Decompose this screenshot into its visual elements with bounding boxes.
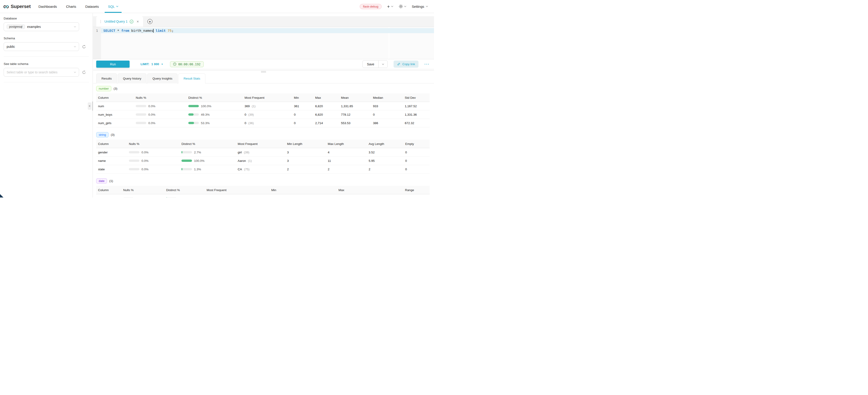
table-cell: 3.52 bbox=[367, 151, 403, 154]
chevron-down-icon bbox=[74, 46, 76, 47]
brand-name: Superset bbox=[11, 4, 31, 9]
table-cell: 0.0% bbox=[127, 151, 180, 154]
table-cell: 2 bbox=[367, 168, 403, 171]
copy-link-button[interactable]: Copy link bbox=[394, 61, 418, 68]
column-header: Empty bbox=[403, 142, 430, 146]
cell-count: (39) bbox=[248, 113, 254, 116]
table-cell: state bbox=[96, 168, 127, 171]
column-header: Distinct % bbox=[164, 188, 205, 192]
table-row: ds0.0%1.3%1965-01-01T00:00:00(75)1965-01… bbox=[96, 194, 430, 198]
table-cell: 369(1) bbox=[243, 104, 292, 108]
table-cell: 1965-01-01T03:00:00.000Z bbox=[337, 197, 403, 198]
query-tab[interactable]: ⋮ Untitled Query 1 ✕ bbox=[96, 16, 143, 27]
cell-value: 369 bbox=[245, 104, 250, 108]
column-header: Most Frequent bbox=[205, 188, 270, 192]
percent-label: 1.3% bbox=[194, 168, 201, 171]
limit-dropdown[interactable]: LIMIT: 1 000 ▼ bbox=[141, 62, 163, 66]
table-cell: 1,167.52 bbox=[403, 104, 430, 108]
stats-section-string: string(3)ColumnNulls %Distinct %Most Fre… bbox=[96, 132, 430, 174]
caret-down-icon: ▼ bbox=[161, 63, 163, 65]
table-select-placeholder: Select table or type to search tables bbox=[7, 70, 58, 74]
table-cell: 2 bbox=[285, 168, 326, 171]
table-cell: 0.0% bbox=[134, 121, 186, 125]
progress-fill bbox=[188, 105, 199, 107]
drag-grip-icon[interactable]: ⋮ bbox=[99, 20, 102, 24]
column-header: Min bbox=[292, 96, 313, 99]
refresh-icon[interactable] bbox=[82, 44, 86, 49]
table-cell: 5.95 bbox=[367, 159, 403, 162]
settings-menu[interactable]: Settings bbox=[412, 5, 428, 8]
table-cell: girl(39) bbox=[236, 151, 285, 154]
column-header: Median bbox=[371, 96, 403, 99]
close-icon[interactable]: ✕ bbox=[136, 20, 139, 23]
more-options-button[interactable]: ··· bbox=[425, 62, 430, 66]
query-tab-strip: ⋮ Untitled Query 1 ✕ + bbox=[93, 16, 434, 27]
sql-token: * bbox=[115, 29, 121, 32]
result-tab-result-stats[interactable]: Result Stats bbox=[178, 73, 206, 84]
progress-fill bbox=[188, 113, 193, 116]
column-header: Nulls % bbox=[127, 142, 180, 146]
new-item-menu[interactable]: + bbox=[387, 4, 393, 9]
nav-item-datasets[interactable]: Datasets bbox=[85, 0, 99, 13]
chevron-down-icon bbox=[74, 71, 76, 73]
schema-select[interactable]: public bbox=[4, 42, 79, 51]
cell-value: CA bbox=[238, 168, 242, 171]
table-cell: 0 bbox=[403, 151, 430, 154]
table-cell: 0 bbox=[371, 113, 403, 116]
column-count: (3) bbox=[111, 133, 115, 136]
column-header: Avg Length bbox=[367, 142, 403, 146]
type-badge-string: string bbox=[96, 132, 108, 138]
progress-bar bbox=[166, 197, 177, 198]
progress-bar bbox=[136, 105, 146, 107]
editor-toolbar: Run LIMIT: 1 000 ▼ 00:00:00.192 Save bbox=[93, 59, 434, 69]
superset-logo[interactable]: ∞ Superset bbox=[3, 3, 31, 10]
result-tab-query-history[interactable]: Query history bbox=[118, 73, 147, 84]
column-header: Nulls % bbox=[121, 188, 164, 192]
sql-token: limit bbox=[156, 29, 166, 32]
database-select[interactable]: postgresql examples bbox=[4, 22, 79, 31]
table-cell: 778.12 bbox=[339, 113, 371, 116]
percent-label: 0.0% bbox=[142, 159, 149, 162]
main-nav: Dashboards Charts Datasets SQL bbox=[38, 0, 118, 13]
table-select[interactable]: Select table or type to search tables bbox=[4, 68, 79, 77]
run-button[interactable]: Run bbox=[96, 61, 130, 68]
superset-sql-lab: ∞ Superset Dashboards Charts Datasets SQ… bbox=[0, 0, 434, 198]
sql-code-editor[interactable]: 1 SELECT * from birth_names limit 75; bbox=[93, 27, 434, 59]
table-cell: 0(36) bbox=[243, 121, 292, 125]
save-dropdown-button[interactable] bbox=[378, 61, 388, 68]
column-header: Max Length bbox=[326, 142, 367, 146]
refresh-icon[interactable] bbox=[82, 70, 86, 74]
progress-bar bbox=[136, 113, 146, 116]
progress-fill bbox=[182, 159, 192, 162]
result-tab-results[interactable]: Results bbox=[96, 73, 117, 84]
percent-label: 0.0% bbox=[142, 151, 149, 154]
sidebar-collapse-button[interactable]: < bbox=[88, 102, 91, 110]
percent-label: 0.0% bbox=[142, 168, 149, 171]
nav-item-charts[interactable]: Charts bbox=[66, 0, 76, 13]
line-number: 1 bbox=[93, 28, 101, 33]
schema-label: Schema bbox=[4, 37, 89, 40]
nav-item-sql[interactable]: SQL bbox=[108, 0, 118, 13]
table-cell: 672.32 bbox=[403, 121, 430, 125]
column-header: Std Dev bbox=[403, 96, 430, 99]
query-tab-title: Untitled Query 1 bbox=[104, 20, 127, 23]
save-button[interactable]: Save bbox=[363, 61, 379, 68]
column-header: Mean bbox=[339, 96, 371, 99]
column-header: Column bbox=[96, 142, 127, 146]
splitter-drag-handle[interactable] bbox=[261, 71, 266, 73]
table-cell: 0.0% bbox=[134, 113, 186, 116]
column-header: Nulls % bbox=[134, 96, 186, 99]
add-query-tab-button[interactable]: + bbox=[147, 19, 152, 24]
table-cell: num bbox=[96, 104, 134, 108]
table-cell: 0.0% bbox=[127, 159, 180, 162]
table-cell: 553.53 bbox=[339, 121, 371, 125]
table-cell: 2,714 bbox=[313, 121, 339, 125]
sql-token: from bbox=[121, 29, 129, 32]
theme-menu[interactable] bbox=[399, 4, 406, 8]
nav-item-dashboards[interactable]: Dashboards bbox=[38, 0, 57, 13]
result-tab-query-insights[interactable]: Query Insights bbox=[147, 73, 178, 84]
database-label: Database bbox=[4, 17, 89, 20]
sql-token: 75 bbox=[167, 29, 172, 32]
table-schema-field: See table schema Select table or type to… bbox=[4, 62, 89, 77]
cell-value: 0 bbox=[245, 121, 246, 125]
